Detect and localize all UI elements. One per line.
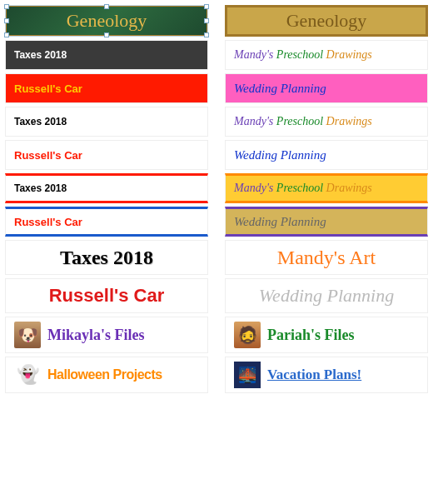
label-text: Halloween Projects [47,367,162,382]
label-text: Taxes 2018 [14,116,67,127]
label-wedding-white[interactable]: Wedding Planning [225,140,428,170]
word-drawings: Drawings [326,115,372,128]
word-preschool: Preschool [276,115,323,128]
label-text: Mikayla's Files [47,327,145,344]
avatar-pariah: 🧔 [234,322,261,348]
label-taxes-big[interactable]: Taxes 2018 [5,240,208,275]
avatar-mikayla: 🐶 [14,322,41,348]
label-text: Wedding Planning [234,215,326,229]
label-mandy-white2[interactable]: Mandy's Preschool Drawings [225,107,428,137]
word-mandys: Mandy's [234,48,273,62]
label-text: Russell's Car [14,82,82,95]
word-mandys: Mandy's [234,115,273,128]
label-text: Wedding Planning [234,82,326,96]
label-text: Russell's Car [14,216,82,228]
label-design-grid: Geneology Geneology Taxes 2018 Mandy's P… [5,5,428,393]
geneology-text: Geneology [67,10,147,32]
label-mandy-big[interactable]: Mandy's Art [225,240,428,275]
geneology-text: Geneology [286,10,367,32]
label-text: Vacation Plans! [267,367,361,383]
ghost-icon: 👻 [14,362,41,388]
bridge-icon: 🌉 [234,362,261,388]
label-russell-red[interactable]: Russell's Car [5,73,208,103]
word-preschool: Preschool [276,48,323,62]
label-text: Wedding Planning [259,285,394,307]
label-halloween[interactable]: 👻 Halloween Projects [5,357,208,393]
label-russell-white[interactable]: Russell's Car [5,140,208,170]
word-mandys: Mandy's [234,182,273,195]
word-drawings: Drawings [326,182,372,195]
label-text: Wedding Planning [234,148,326,162]
word-drawings: Drawings [326,48,372,62]
label-wedding-pink[interactable]: Wedding Planning [225,73,428,103]
label-wedding-tan[interactable]: Wedding Planning [225,207,428,237]
label-text: Mandy's Art [277,247,376,269]
label-russell-big[interactable]: Russell's Car [5,278,208,313]
label-geneology-green[interactable]: Geneology [5,5,208,37]
label-mandy-white[interactable]: Mandy's Preschool Drawings [225,40,428,70]
label-text: Taxes 2018 [14,182,67,194]
label-text: Russell's Car [49,285,165,307]
label-text: Russell's Car [14,149,82,162]
label-text: Taxes 2018 [14,49,67,61]
label-wedding-big[interactable]: Wedding Planning [225,278,428,313]
label-text: Pariah's Files [267,327,355,344]
label-vacation[interactable]: 🌉 Vacation Plans! [225,357,428,393]
label-geneology-gold[interactable]: Geneology [225,5,428,37]
word-preschool: Preschool [276,182,323,195]
label-pariah[interactable]: 🧔 Pariah's Files [225,317,428,353]
label-mikayla[interactable]: 🐶 Mikayla's Files [5,317,208,353]
label-text: Taxes 2018 [60,247,153,269]
label-russell-blueborder[interactable]: Russell's Car [5,207,208,237]
label-taxes-white[interactable]: Taxes 2018 [5,107,208,137]
label-taxes-redborder[interactable]: Taxes 2018 [5,173,208,203]
label-mandy-yellow[interactable]: Mandy's Preschool Drawings [225,173,428,203]
label-taxes-dark[interactable]: Taxes 2018 [5,40,208,70]
